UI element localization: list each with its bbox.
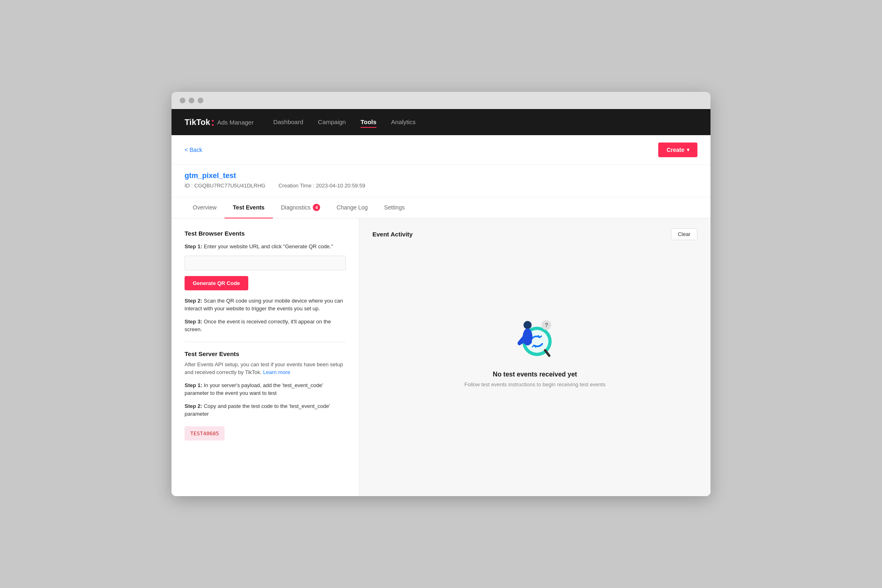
browser-window: TikTok: Ads Manager Dashboard Campaign T… xyxy=(172,92,710,496)
server-events-title: Test Server Events xyxy=(185,350,346,357)
event-activity-title: Event Activity xyxy=(372,231,413,238)
generate-qr-button[interactable]: Generate QR Code xyxy=(185,276,248,290)
server-description: After Events API setup, you can test if … xyxy=(185,361,346,376)
nav-item-campaign[interactable]: Campaign xyxy=(318,117,346,128)
empty-state: ? No test events received yet Follow tes… xyxy=(372,248,697,452)
step3-label: Step 3: xyxy=(185,318,202,325)
tabs-bar: Overview Test Events Diagnostics 4 Chang… xyxy=(172,197,710,218)
logo: TikTok: Ads Manager xyxy=(185,116,254,128)
server-step1-text: Step 1: In your server's payload, add th… xyxy=(185,381,346,397)
step2-text: Step 2: Scan the QR code using your mobi… xyxy=(185,297,346,313)
pixel-creation-time: Creation Time : 2023-04-10 20:59:59 xyxy=(278,183,365,189)
minimize-traffic-light[interactable] xyxy=(189,98,194,103)
step2-label: Step 2: xyxy=(185,298,202,304)
browser-events-title: Test Browser Events xyxy=(185,230,346,237)
empty-state-title: No test events received yet xyxy=(493,371,577,378)
clear-button[interactable]: Clear xyxy=(671,228,697,240)
close-traffic-light[interactable] xyxy=(180,98,185,103)
maximize-traffic-light[interactable] xyxy=(198,98,203,103)
page-content: Back Create gtm_pixel_test ID : CGQBU7RC… xyxy=(172,135,710,496)
server-step2-label: Step 2: xyxy=(185,403,202,409)
svg-point-3 xyxy=(523,321,532,329)
divider xyxy=(185,342,346,342)
empty-state-subtitle: Follow test events instructions to begin… xyxy=(464,381,605,388)
logo-dot: : xyxy=(211,116,215,128)
pixel-id: ID : CGQBU7RC77U5U41DLRHG xyxy=(185,183,265,189)
step3-description: Once the event is received correctly, it… xyxy=(185,318,331,333)
main-area: Test Browser Events Step 1: Enter your w… xyxy=(172,218,710,496)
tab-diagnostics[interactable]: Diagnostics 4 xyxy=(273,197,328,218)
logo-ads-text: Ads Manager xyxy=(217,119,254,126)
test-code-box[interactable]: TEST40685 xyxy=(185,426,225,441)
server-step1-label: Step 1: xyxy=(185,382,202,388)
step2-description: Scan the QR code using your mobile devic… xyxy=(185,298,343,312)
back-button[interactable]: Back xyxy=(185,147,202,153)
diagnostics-badge: 4 xyxy=(313,204,320,211)
url-input[interactable] xyxy=(185,256,346,270)
back-bar: Back Create xyxy=(172,135,710,165)
step1-label: Step 1: xyxy=(185,243,202,249)
server-step2-description: Copy and paste the test code to the 'tes… xyxy=(185,403,330,417)
nav-items: Dashboard Campaign Tools Analytics xyxy=(273,117,416,128)
top-nav: TikTok: Ads Manager Dashboard Campaign T… xyxy=(172,109,710,135)
empty-illustration: ? xyxy=(510,314,559,363)
logo-tiktok-text: TikTok xyxy=(185,118,210,127)
tab-settings[interactable]: Settings xyxy=(376,197,413,218)
svg-text:?: ? xyxy=(545,322,548,328)
learn-more-link[interactable]: Learn more xyxy=(263,369,290,375)
step3-text: Step 3: Once the event is received corre… xyxy=(185,318,346,334)
tab-overview[interactable]: Overview xyxy=(185,197,225,218)
svg-line-2 xyxy=(545,350,549,356)
nav-item-tools[interactable]: Tools xyxy=(361,117,376,128)
event-activity-header: Event Activity Clear xyxy=(372,228,697,240)
tab-diagnostics-label: Diagnostics xyxy=(281,204,310,211)
step1-text: Step 1: Enter your website URL and click… xyxy=(185,243,346,251)
step1-description: Enter your website URL and click "Genera… xyxy=(204,243,333,249)
right-panel: Event Activity Clear xyxy=(359,218,710,496)
pixel-meta: ID : CGQBU7RC77U5U41DLRHG Creation Time … xyxy=(185,183,697,189)
tab-change-log[interactable]: Change Log xyxy=(328,197,376,218)
left-panel: Test Browser Events Step 1: Enter your w… xyxy=(172,218,359,496)
tab-test-events[interactable]: Test Events xyxy=(225,197,273,218)
server-step2-text: Step 2: Copy and paste the test code to … xyxy=(185,402,346,418)
browser-chrome xyxy=(172,92,710,109)
nav-item-analytics[interactable]: Analytics xyxy=(391,117,416,128)
nav-item-dashboard[interactable]: Dashboard xyxy=(273,117,303,128)
create-button[interactable]: Create xyxy=(658,143,697,157)
pixel-name: gtm_pixel_test xyxy=(185,172,697,180)
server-step1-description: In your server's payload, add the 'test_… xyxy=(185,382,323,396)
pixel-info: gtm_pixel_test ID : CGQBU7RC77U5U41DLRHG… xyxy=(172,165,710,197)
